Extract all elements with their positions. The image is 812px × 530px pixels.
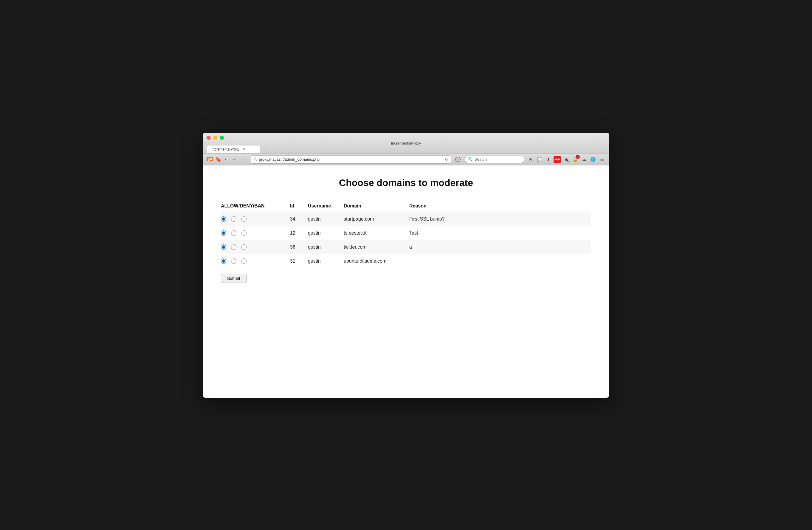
- adblock-icon[interactable]: ABP: [553, 156, 561, 163]
- tab-label: IncrementalProxy: [212, 147, 240, 152]
- new-tab-button[interactable]: +: [261, 143, 271, 153]
- cell-reason: a: [406, 240, 591, 254]
- radio-deny-row-0[interactable]: [231, 216, 236, 222]
- minimize-button[interactable]: [213, 135, 217, 140]
- cell-username: gustin: [304, 226, 340, 240]
- secure-icon: ⓘ: [253, 157, 257, 162]
- table-header-row: ALLOW/DENY/BAN Id Username Domain Reason: [221, 200, 591, 212]
- cell-reason: [406, 254, 591, 268]
- search-bar-container: 🔍: [465, 156, 524, 163]
- extensions-icon[interactable]: 🔌: [563, 156, 570, 163]
- cell-username: gustin: [304, 254, 340, 268]
- radio-deny-row-1[interactable]: [231, 230, 236, 236]
- rss-badge[interactable]: ⎘ 6: [206, 157, 213, 161]
- cell-reason: Test: [406, 226, 591, 240]
- radio-ban-row-0[interactable]: [241, 216, 247, 222]
- download-icon[interactable]: ⬇: [545, 156, 552, 163]
- address-bar[interactable]: [259, 157, 443, 161]
- radio-allow-row-3[interactable]: [221, 258, 226, 264]
- cell-id: 34: [287, 212, 304, 226]
- table-row: 31gustinubuntu.diladele.com: [221, 254, 591, 268]
- search-input[interactable]: [475, 157, 516, 161]
- notification-count: 0: [576, 155, 580, 159]
- nav-left-icons: ⎘ 6 🔖 ▾: [206, 156, 228, 163]
- radio-group-row-2: [221, 244, 283, 250]
- cell-domain: ts.eestec.it: [340, 226, 406, 240]
- window-controls: [206, 135, 224, 140]
- notification-icon[interactable]: 🔒 0: [571, 156, 579, 163]
- table-row: 34gustinstartpage.comFirst SSL bump?: [221, 212, 591, 226]
- submit-button[interactable]: Submit: [221, 274, 247, 283]
- title-bar: IncrementalProxy IncrementalProxy ✕ +: [203, 133, 609, 153]
- table-row: 12gustints.eestec.itTest: [221, 226, 591, 240]
- nav-bar: ⎘ 6 🔖 ▾ ← → ⓘ ↻ 🚫 🔍 ★ 📋 ⬇ ABP 🔌: [203, 153, 609, 166]
- col-header-domain: Domain: [340, 200, 406, 212]
- cell-id: 36: [287, 240, 304, 254]
- forward-button[interactable]: →: [241, 156, 248, 163]
- block-icon[interactable]: 🚫: [453, 156, 462, 163]
- dropdown-btn[interactable]: ▾: [223, 157, 228, 162]
- radio-group-row-0: [221, 216, 283, 222]
- back-button[interactable]: ←: [230, 156, 238, 163]
- radio-group-row-3: [221, 258, 283, 264]
- col-header-username: Username: [304, 200, 340, 212]
- close-button[interactable]: [206, 135, 211, 140]
- address-bar-container: ⓘ ↻: [251, 155, 451, 164]
- cell-domain: startpage.com: [340, 212, 406, 226]
- radio-ban-row-3[interactable]: [241, 258, 247, 264]
- sync-icon[interactable]: ☁: [580, 156, 588, 163]
- cell-reason: First SSL bump?: [406, 212, 591, 226]
- active-tab[interactable]: IncrementalProxy ✕: [206, 145, 260, 153]
- bookmark-star-icon[interactable]: ★: [527, 156, 534, 163]
- radio-allow-row-0[interactable]: [221, 216, 226, 222]
- col-header-id: Id: [287, 200, 304, 212]
- tab-close-button[interactable]: ✕: [242, 147, 246, 152]
- radio-allow-row-1[interactable]: [221, 230, 226, 236]
- cell-username: gustin: [304, 212, 340, 226]
- radio-group-row-1: [221, 230, 283, 236]
- radio-ban-row-1[interactable]: [241, 230, 247, 236]
- cell-domain: twitter.com: [340, 240, 406, 254]
- bookmark-icon[interactable]: 🔖: [214, 156, 223, 163]
- col-header-allow-deny-ban: ALLOW/DENY/BAN: [221, 200, 287, 212]
- maximize-button[interactable]: [220, 135, 224, 140]
- radio-deny-row-2[interactable]: [231, 244, 236, 250]
- page-title: Choose domains to moderate: [221, 177, 591, 188]
- radio-allow-row-2[interactable]: [221, 244, 226, 250]
- browser-window: IncrementalProxy IncrementalProxy ✕ + ⎘ …: [203, 133, 609, 398]
- window-title: IncrementalProxy: [391, 141, 421, 145]
- cell-id: 12: [287, 226, 304, 240]
- search-icon: 🔍: [468, 157, 473, 161]
- reload-icon[interactable]: ↻: [445, 157, 448, 162]
- rss-count: 6: [210, 158, 212, 161]
- page-content: Choose domains to moderate ALLOW/DENY/BA…: [203, 166, 609, 398]
- col-header-reason: Reason: [406, 200, 591, 212]
- clipboard-icon[interactable]: 📋: [536, 156, 543, 163]
- translate-icon[interactable]: 🌐: [589, 156, 596, 163]
- domain-table: ALLOW/DENY/BAN Id Username Domain Reason…: [221, 200, 591, 268]
- menu-icon[interactable]: ☰: [598, 156, 606, 163]
- radio-deny-row-3[interactable]: [231, 258, 236, 264]
- cell-domain: ubuntu.diladele.com: [340, 254, 406, 268]
- submit-row: Submit: [221, 274, 591, 283]
- cell-id: 31: [287, 254, 304, 268]
- nav-right-icons: ★ 📋 ⬇ ABP 🔌 🔒 0 ☁ 🌐 ☰: [527, 156, 606, 163]
- radio-ban-row-2[interactable]: [241, 244, 247, 250]
- cell-username: gustin: [304, 240, 340, 254]
- table-row: 36gustintwitter.coma: [221, 240, 591, 254]
